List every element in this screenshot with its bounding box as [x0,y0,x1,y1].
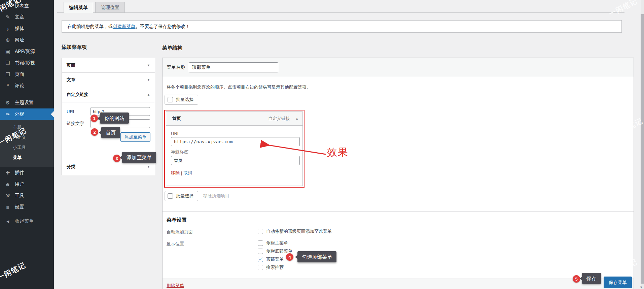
remove-item-link[interactable]: 移除 [171,170,180,175]
dashboard-icon: ◔ [4,3,11,9]
sidebar-item-plugins[interactable]: ✚ 插件 [0,167,54,179]
sidebar-item-links[interactable]: ⊕ 网址 [0,34,54,46]
sidebar-item-settings[interactable]: ≡ 设置 [0,201,54,213]
panel-footer: 删除菜单 [163,279,634,289]
scrollbar-track[interactable] [641,0,644,289]
sidebar-item-comments[interactable]: ❝ 评论 [0,80,54,92]
sidebar-item-label: 收起菜单 [15,218,34,224]
gear-icon: ⚙ [4,100,11,106]
bulk-select-toggle-top[interactable]: 批量选择 [165,95,198,105]
bulk-select-toggle-bottom[interactable]: 批量选择 [165,191,198,201]
menu-edit-panel: 菜单名称 将各个项目拖到您喜欢的顺序。点击项目右边的箭头可显示其他配置选项。 批… [162,58,634,289]
collapse-arrow-icon: ◀ [4,219,11,224]
location-option-sidebar-bottom[interactable]: 侧栏底部菜单 [258,248,292,254]
add-to-menu-button[interactable]: 添加至菜单 [120,132,150,142]
sidebar-item-pages[interactable]: ❐ 页面 [0,69,54,80]
create-new-menu-link[interactable]: 创建新菜单 [113,24,136,29]
red-arrow-annotation [255,139,332,159]
sidebar-item-label: 评论 [15,83,24,89]
globe-icon: ⊕ [4,37,11,43]
cancel-link[interactable]: 取消 [183,170,192,175]
submenu-item-themes[interactable]: 主题 [0,122,54,132]
display-location-label: 显示位置 [167,240,258,270]
archive-icon: ▣ [4,49,11,55]
settings-divider [163,211,634,212]
notice-text-pre: 在此编辑您的菜单，或 [67,24,113,29]
appearance-submenu: 主题 自定义 小工具 菜单 [0,120,54,167]
notice-text-post: 。不要忘了保存您的修改！ [136,24,190,29]
menu-item-title: 首页 [172,116,181,122]
sidebar-item-label: 文章 [15,14,24,20]
link-separator: | [181,170,182,175]
nav-tabs: 编辑菜单 管理位置 [64,2,125,13]
step-badge-4: 4 [286,253,293,261]
book-icon: ❒ [4,60,11,66]
location-label: 搜索推荐 [266,264,284,270]
step-badge-1: 1 [91,115,98,122]
posts-pin-icon: ✎ [4,14,11,20]
sidebar-item-media[interactable]: ♪ 媒体 [0,23,54,34]
effect-annotation-label: 效果 [327,146,349,159]
accordion-section-posts[interactable]: 文章 ▼ [62,73,155,87]
location-label: 侧栏主菜单 [266,240,288,246]
location-label: 顶部菜单 [266,256,284,262]
accordion-section-custom-links[interactable]: 自定义链接 ▲ [62,87,155,102]
menu-name-row: 菜单名称 [163,58,634,77]
remove-selected-link[interactable]: 移除所选项目 [203,193,229,199]
menu-structure-title: 菜单结构 [162,45,182,51]
auto-add-checkbox[interactable] [258,229,263,234]
tab-edit-menus[interactable]: 编辑菜单 [64,2,93,13]
location-option-sidebar-main[interactable]: 侧栏主菜单 [258,240,292,246]
sidebar-collapse-menu[interactable]: ◀ 收起菜单 [0,216,54,227]
location-checkbox[interactable] [258,240,263,246]
location-checkbox[interactable] [258,265,263,270]
bulk-select-checkbox[interactable] [168,97,173,102]
sidebar-item-users[interactable]: ☻ 用户 [0,179,54,190]
sidebar-item-label: APP/资源 [15,49,35,55]
add-menu-items-title: 添加菜单项 [62,44,87,51]
chevron-up-icon: ▲ [147,93,150,96]
pages-icon: ❐ [4,71,11,77]
scrollbar-down-arrow[interactable]: ▼ [640,286,643,289]
sidebar-item-tools[interactable]: ⚒ 工具 [0,190,54,201]
user-icon: ☻ [4,182,11,187]
location-checkbox-checked[interactable] [258,257,263,262]
edit-menu-notice: 在此编辑您的菜单，或创建新菜单。不要忘了保存您的修改！ [62,20,622,33]
sidebar-item-theme-settings[interactable]: ⚙ 主题设置 [0,97,54,108]
sidebar-item-label: 仪表盘 [15,3,29,9]
sidebar-item-label: 媒体 [15,26,24,32]
sidebar-item-posts[interactable]: ✎ 文章 [0,11,54,23]
tools-icon: ⚒ [4,193,11,199]
menu-name-input[interactable] [189,62,278,72]
delete-menu-link[interactable]: 删除菜单 [167,283,184,289]
item-url-label: URL [171,131,300,136]
location-option-search-recommend[interactable]: 搜索推荐 [258,264,292,270]
wordpress-menus-page: { "colors": { "accent_blue": "#2271b1", … [0,0,644,289]
sidebar-item-books-movies[interactable]: ❒ 书籍/影视 [0,57,54,69]
tab-manage-locations[interactable]: 管理位置 [95,2,125,13]
step-tooltip-1: 你的网站 [100,113,129,124]
sidebar-item-label: 网址 [15,37,24,43]
location-checkbox[interactable] [258,249,263,254]
drag-instructions: 将各个项目拖到您喜欢的顺序。点击项目右边的箭头可显示其他配置选项。 [167,84,634,90]
sidebar-item-appearance[interactable]: ✑ 外观 [0,108,54,120]
auto-add-pages-option[interactable]: 自动将新的顶级页面添加至此菜单 [258,228,332,234]
submenu-item-customize[interactable]: 自定义 [0,132,54,142]
bulk-select-checkbox[interactable] [168,193,173,199]
menu-item-type: 自定义链接 [268,116,290,122]
scrollbar-thumb[interactable] [641,14,644,284]
submenu-item-widgets[interactable]: 小工具 [0,142,54,153]
menu-settings-title: 菜单设置 [167,217,631,223]
submenu-item-menus[interactable]: 菜单 [0,153,54,163]
step-badge-2: 2 [91,128,98,136]
sidebar-item-label: 用户 [15,181,24,187]
plugin-icon: ✚ [4,170,11,176]
menu-item-header[interactable]: 首页 自定义链接 ▲ [166,112,302,126]
save-menu-button[interactable]: 保存菜单 [604,277,632,288]
sidebar-item-dashboard[interactable]: ◔ 仪表盘 [0,0,54,11]
chevron-up-icon[interactable]: ▲ [295,117,298,120]
accordion-section-pages[interactable]: 页面 ▼ [62,58,155,73]
step-tooltip-5: 保存 [582,273,601,284]
sidebar-item-app-resources[interactable]: ▣ APP/资源 [0,46,54,57]
media-icon: ♪ [4,26,11,32]
